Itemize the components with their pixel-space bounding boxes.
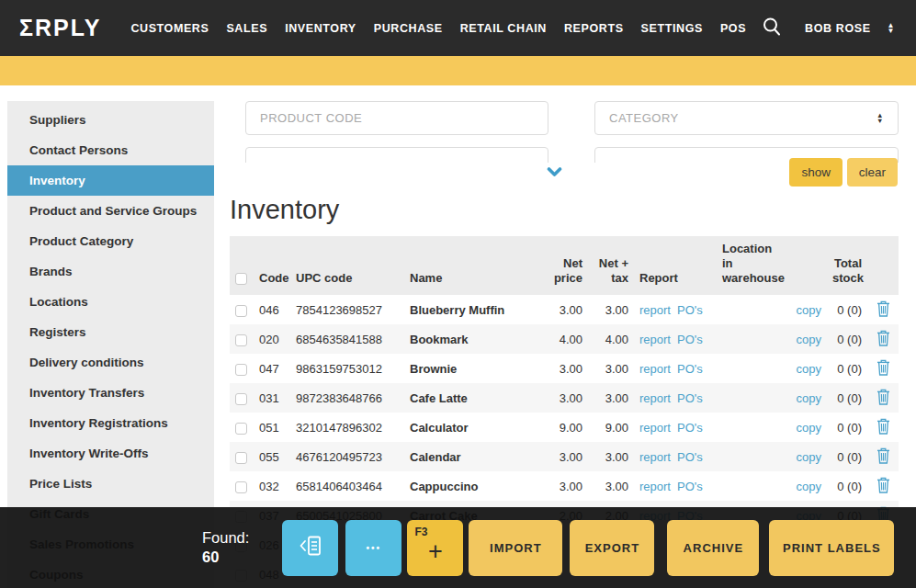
purchase-orders-link[interactable]: PO's [677,333,703,346]
found-count: Found: 60 [202,528,249,567]
report-link[interactable]: report [639,333,671,346]
product-code-input[interactable]: PRODUCT CODE [245,101,548,135]
row-checkbox[interactable] [235,334,247,346]
delete-cell [867,295,899,324]
trash-icon[interactable] [876,482,890,496]
sidebar-item-price-lists[interactable]: Price Lists [7,469,214,499]
checkbox-cell [230,324,254,354]
trash-icon[interactable] [876,365,890,379]
page-title: Inventory [230,195,899,225]
delete-cell [867,413,899,442]
nav-item-inventory[interactable]: INVENTORY [285,22,356,35]
name-cell: Blueberry Muffin [404,295,533,324]
sidebar-item-inventory-registrations[interactable]: Inventory Registrations [7,408,214,438]
nav-item-retail-chain[interactable]: RETAIL CHAIN [460,22,547,35]
report-link[interactable]: report [639,480,671,493]
search-button[interactable] [761,16,783,41]
copy-link[interactable]: copy [797,391,821,405]
nav-item-purchase[interactable]: PURCHASE [374,22,443,35]
report-link[interactable]: report [639,362,671,376]
code-cell: 055 [254,442,290,471]
erply-logo[interactable]: ΣRPLY [19,15,101,41]
sidebar-item-contact-persons[interactable]: Contact Persons [7,135,214,165]
copy-link[interactable]: copy [797,303,821,317]
copy-cell: copy [790,354,827,383]
col-header-net-tax: Net + tax [588,236,634,295]
sidebar-item-suppliers[interactable]: Suppliers [7,105,214,135]
code-cell: 046 [254,295,290,324]
trash-icon[interactable] [876,424,890,437]
sidebar-item-inventory-transfers[interactable]: Inventory Transfers [7,378,214,408]
nav-item-reports[interactable]: REPORTS [564,22,624,35]
trash-icon[interactable] [876,453,890,467]
nav-item-settings[interactable]: SETTINGS [641,22,703,35]
collapse-sidebar-button[interactable] [282,520,338,576]
report-link[interactable]: report [639,303,671,317]
net-price-cell: 4.00 [533,324,588,354]
sidebar-item-brands[interactable]: Brands [7,256,214,287]
code-cell: 020 [254,324,290,354]
row-checkbox[interactable] [235,423,247,435]
sidebar-item-delivery-conditions[interactable]: Delivery conditions [7,347,214,378]
expand-filters-chevron[interactable] [547,164,562,181]
location-cell [717,442,790,471]
report-link[interactable]: report [639,391,671,405]
purchase-orders-link[interactable]: PO's [677,421,703,435]
purchase-orders-link[interactable]: PO's [677,480,703,493]
category-select[interactable]: CATEGORY ▲▼ [594,101,899,135]
export-button[interactable]: EXPORT [570,520,654,576]
show-button[interactable]: show [789,158,842,187]
trash-icon[interactable] [876,335,890,349]
row-checkbox[interactable] [235,452,247,464]
sidebar-item-locations[interactable]: Locations [7,287,214,317]
top-navbar: ΣRPLY CUSTOMERSSALESINVENTORYPURCHASERET… [0,0,916,56]
sidebar-item-inventory-write-offs[interactable]: Inventory Write-Offs [7,438,214,469]
copy-cell: copy [790,383,827,413]
copy-cell: copy [790,295,827,324]
nav-item-pos[interactable]: POS [720,22,746,35]
net-price-cell: 3.00 [533,442,588,471]
purchase-orders-link[interactable]: PO's [677,450,703,464]
checkbox-cell [230,295,254,324]
sidebar-item-product-and-service-groups[interactable]: Product and Service Groups [7,196,214,226]
bottom-action-bar: Found: 60 ••• F3 + IMPORTEXPORTARCHIVEPR… [0,507,916,588]
copy-link[interactable]: copy [797,450,821,464]
copy-link[interactable]: copy [797,362,821,376]
name-cell: Bookmark [404,324,533,354]
row-checkbox[interactable] [235,481,247,493]
trash-icon[interactable] [876,394,890,408]
more-actions-button[interactable]: ••• [345,520,401,576]
archive-button[interactable]: ARCHIVE [667,520,759,576]
purchase-orders-link[interactable]: PO's [677,391,703,405]
clear-button[interactable]: clear [847,158,898,187]
print-labels-button[interactable]: PRINT LABELS [769,520,894,576]
net-price-cell: 3.00 [533,383,588,413]
copy-link[interactable]: copy [797,333,821,346]
name-cell: Brownie [404,354,533,383]
purchase-orders-link[interactable]: PO's [677,362,703,376]
name-cell: Cafe Latte [404,383,533,413]
found-label: Found: [202,529,249,546]
filter-input-cut-left[interactable] [245,147,548,163]
purchase-orders-link[interactable]: PO's [677,303,703,317]
nav-item-customers[interactable]: CUSTOMERS [130,22,209,35]
sidebar-item-product-category[interactable]: Product Category [7,226,214,256]
sidebar-item-registers[interactable]: Registers [7,317,214,347]
report-link[interactable]: report [639,421,671,435]
copy-link[interactable]: copy [797,480,821,493]
user-menu[interactable]: BOB ROSE ▲▼ [805,22,894,35]
row-checkbox[interactable] [235,305,247,317]
select-all-checkbox[interactable] [235,273,247,285]
copy-link[interactable]: copy [797,421,821,435]
row-checkbox[interactable] [235,393,247,405]
row-checkbox[interactable] [235,364,247,376]
report-link[interactable]: report [639,450,671,464]
import-button[interactable]: IMPORT [469,520,562,576]
add-product-button[interactable]: F3 + [407,520,463,576]
upc-cell: 6854635841588 [290,324,404,354]
trash-icon[interactable] [876,306,890,320]
product-code-placeholder: PRODUCT CODE [260,111,362,125]
nav-item-sales[interactable]: SALES [226,22,267,35]
table-header-row: Code UPC code Name Net price Net + tax R… [230,236,899,295]
sidebar-item-inventory[interactable]: Inventory [7,165,214,196]
